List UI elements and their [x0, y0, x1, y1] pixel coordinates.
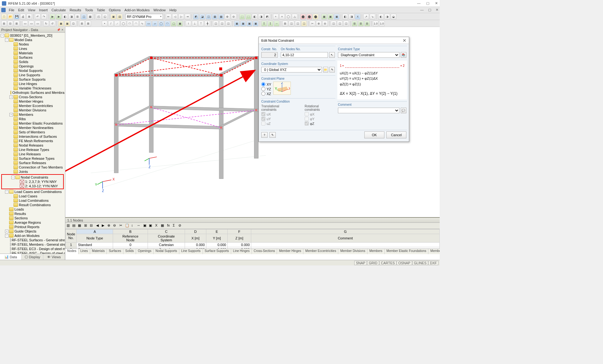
x2-icon[interactable]: /	[108, 21, 114, 26]
table-tab-cross-sections[interactable]: Cross-Sections	[252, 249, 277, 254]
tt19-icon[interactable]: ⊘	[178, 223, 183, 228]
ok-button[interactable]: OK	[364, 131, 384, 138]
tree-item-6[interactable]: Nodal Supports	[0, 68, 65, 73]
tree-item-14[interactable]: Member Eccentricities	[0, 104, 65, 108]
x7-icon[interactable]: ∿	[139, 21, 145, 26]
pick-nodes-icon[interactable]: ↖	[329, 52, 335, 58]
tree-after-4[interactable]: Printout Reports	[0, 225, 65, 229]
tree-item-4[interactable]: Solids	[0, 60, 65, 64]
tree-item-25[interactable]: Line Releases	[0, 152, 65, 156]
tt10-icon[interactable]: ✂	[119, 223, 124, 228]
x13-icon[interactable]: ▣	[177, 21, 183, 26]
tt1-icon[interactable]: ▥	[67, 223, 72, 228]
table-tab-lines[interactable]: Lines	[79, 249, 90, 254]
x23-icon[interactable]: ▣	[247, 21, 252, 26]
x31-icon[interactable]: ◫	[301, 21, 307, 26]
tree-addon-2[interactable]: RF-STEEL EC3 - Design of steel me	[0, 247, 65, 251]
v5-icon[interactable]: ▩	[218, 14, 224, 19]
table-tab-member-hinges[interactable]: Member Hinges	[277, 249, 303, 254]
tree-item-18[interactable]: Member Elastic Foundations	[0, 121, 65, 126]
tree-after-6[interactable]: −Add-on Modules	[0, 233, 65, 238]
v15-icon[interactable]: ◯	[285, 14, 291, 19]
tree-item-10[interactable]: Variable Thicknesses	[0, 86, 65, 90]
table-tab-surface-supports[interactable]: Surface Supports	[203, 249, 231, 254]
tt7-icon[interactable]: ▶	[102, 223, 107, 228]
xls-icon[interactable]: X	[355, 14, 361, 19]
v3-icon[interactable]: ◫	[206, 14, 211, 19]
nav-first-icon[interactable]: ⇤	[166, 14, 171, 19]
table-tab-member-divisions[interactable]: Member Divisions	[338, 249, 367, 254]
tt9-icon[interactable]: ⊖	[113, 223, 118, 228]
table-tab-nodal-supports[interactable]: Nodal Supports	[154, 249, 179, 254]
menu-window[interactable]: Window	[151, 8, 167, 13]
nav-tab-display[interactable]: 🖵 Display	[22, 254, 43, 260]
v29-icon[interactable]: ◒	[391, 14, 396, 19]
table-tab-line-hinges[interactable]: Line Hinges	[231, 249, 252, 254]
status-snap[interactable]: SNAP	[354, 261, 367, 265]
menu-table[interactable]: Table	[95, 8, 107, 13]
tree-after-1[interactable]: Results	[0, 211, 65, 216]
mdi-minimize[interactable]: —	[420, 8, 424, 12]
w12-icon[interactable]: ⊞	[79, 21, 85, 26]
menu-tools[interactable]: Tools	[83, 8, 95, 13]
v14-icon[interactable]: ×	[279, 14, 285, 19]
v21-icon[interactable]: ▣	[328, 14, 333, 19]
t8-icon[interactable]: ▣	[111, 14, 116, 19]
menu-view[interactable]: View	[26, 8, 37, 13]
tree-lcc-1[interactable]: Load Combinations	[0, 198, 65, 203]
tt2-icon[interactable]: ▤	[72, 223, 77, 228]
table-tab-member-nonlinearities[interactable]: Member Nonlinearities	[428, 249, 440, 254]
x11-icon[interactable]: ⬭	[165, 21, 170, 26]
x33-icon[interactable]: ⊕	[316, 21, 322, 26]
save-icon[interactable]: 💾	[14, 14, 19, 19]
x6-icon[interactable]: ◠	[133, 21, 139, 26]
tree-item-22[interactable]: FE Mesh Refinements	[0, 139, 65, 143]
tree-root[interactable]: −003801* [01_Members_2D]	[0, 33, 65, 38]
module-combo[interactable]: RF-DYNAM Pro	[125, 14, 163, 19]
w8-icon[interactable]: ↺	[50, 21, 55, 26]
menu-file[interactable]: File	[7, 8, 16, 13]
t3-icon[interactable]: ⊞	[75, 14, 80, 19]
tree-nodal-constraints[interactable]: −Nodal Constraints	[2, 175, 63, 179]
v16-icon[interactable]: △	[292, 14, 297, 19]
x5-icon[interactable]: ⬭	[127, 21, 133, 26]
tree-addon-1[interactable]: RF-STEEL Members - General stres	[0, 242, 65, 247]
x30-icon[interactable]: ◫	[295, 21, 301, 26]
nav-prev-icon[interactable]: ◁	[172, 14, 178, 19]
tt17-icon[interactable]: fx	[167, 223, 172, 228]
tree-after-5[interactable]: +Guide Objects	[0, 229, 65, 233]
v28-icon[interactable]: ◑	[384, 14, 390, 19]
tree-nc-1[interactable]: 1: 2,3,7,9; YYN NNY	[2, 179, 63, 184]
tree-item-29[interactable]: Joints	[0, 169, 65, 174]
maximize-button[interactable]: ▢	[426, 1, 429, 5]
menu-results[interactable]: Results	[68, 8, 83, 13]
tree-item-7[interactable]: Line Supports	[0, 73, 65, 77]
tt11-icon[interactable]: 📋	[125, 223, 130, 228]
x1-icon[interactable]: •	[102, 21, 107, 26]
table-tab-nodes[interactable]: Nodes	[65, 249, 79, 254]
tree-model-data[interactable]: −Model Data	[0, 38, 65, 42]
x4-icon[interactable]: ◯	[121, 21, 126, 26]
tt5-icon[interactable]: ⊟	[90, 223, 95, 228]
tt8-icon[interactable]: ⊕	[107, 223, 112, 228]
redo-icon[interactable]: ↷	[41, 14, 47, 19]
coord-new-icon[interactable]: 📁	[323, 67, 329, 72]
tree-item-13[interactable]: Member Hinges	[0, 99, 65, 104]
tt16-icon[interactable]: ▦	[161, 223, 166, 228]
x34-icon[interactable]: ⊖	[322, 21, 328, 26]
v24-icon[interactable]: ◨	[349, 14, 354, 19]
x37-icon[interactable]: ◫	[343, 21, 349, 26]
tt14-icon[interactable]: ▣	[143, 223, 148, 228]
tree-item-28[interactable]: Connection of Two Members	[0, 165, 65, 169]
v9-icon[interactable]: ⬚	[246, 14, 251, 19]
t4-icon[interactable]: ◫	[81, 14, 87, 19]
x32-icon[interactable]: ✂	[310, 21, 315, 26]
x25-icon[interactable]: ↧	[261, 21, 267, 26]
tree-item-15[interactable]: Member Divisions	[0, 108, 65, 112]
x15-icon[interactable]: ⊥	[192, 21, 198, 26]
new-icon[interactable]: □	[1, 14, 7, 19]
t9-icon[interactable]: ▤	[117, 14, 122, 19]
v4-icon[interactable]: ▦	[212, 14, 218, 19]
v13-icon[interactable]: +	[273, 14, 279, 19]
v7-icon[interactable]: ⊖	[231, 14, 236, 19]
